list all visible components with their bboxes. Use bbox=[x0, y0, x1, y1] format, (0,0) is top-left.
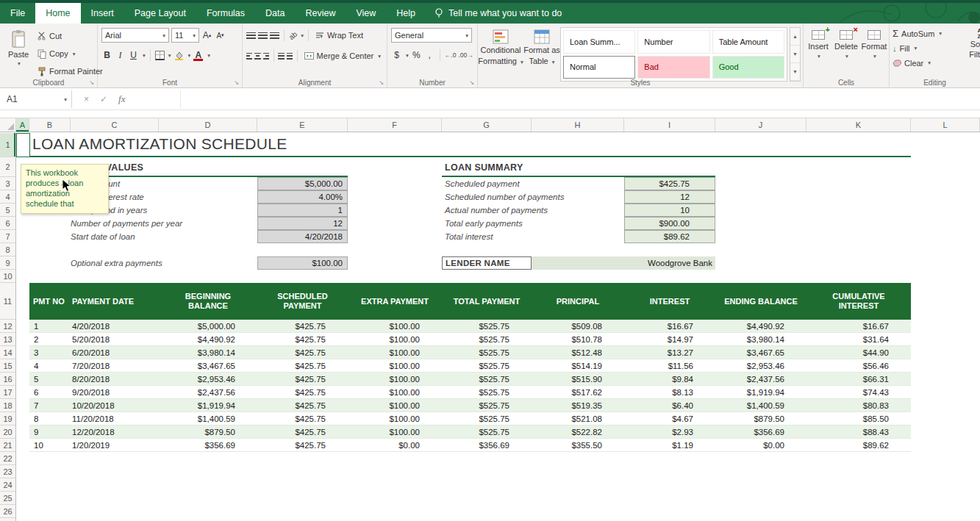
gallery-scroll-down[interactable]: ▼ bbox=[790, 46, 800, 63]
paste-dropdown-arrow[interactable]: ▾ bbox=[18, 60, 21, 67]
cell-scheduled-payment[interactable]: $425.75 bbox=[257, 401, 348, 410]
cell-total-payment[interactable]: $525.75 bbox=[442, 428, 532, 436]
tab-view[interactable]: View bbox=[346, 3, 386, 24]
cell-principal[interactable]: $522.82 bbox=[532, 428, 624, 436]
cell-ending-balance[interactable]: $2,437.56 bbox=[715, 375, 806, 384]
cell-principal[interactable]: $510.78 bbox=[532, 335, 624, 344]
header-principal[interactable]: PRINCIPAL bbox=[532, 283, 624, 320]
cell-beginning-balance[interactable]: $879.50 bbox=[159, 428, 257, 436]
cell-interest[interactable]: $2.93 bbox=[624, 428, 715, 436]
cell-payment-date[interactable]: 11/20/2018 bbox=[71, 414, 159, 423]
row-header[interactable]: 25 bbox=[0, 492, 15, 505]
format-as-table-button[interactable]: Format as Table ▾ bbox=[519, 27, 565, 82]
column-header[interactable]: D bbox=[159, 118, 257, 132]
column-header[interactable]: J bbox=[715, 118, 806, 132]
cell-extra-payment[interactable]: $100.00 bbox=[348, 414, 442, 423]
cell-extra-payment[interactable]: $100.00 bbox=[348, 428, 442, 436]
header-pmt-no[interactable]: PMT NO bbox=[29, 283, 71, 320]
font-dialog-launcher[interactable]: ↘ bbox=[234, 79, 239, 86]
cell-interest[interactable]: $16.67 bbox=[624, 322, 715, 331]
header-interest[interactable]: INTEREST bbox=[624, 283, 715, 320]
clipboard-dialog-launcher[interactable]: ↘ bbox=[89, 79, 94, 86]
wrap-text-button[interactable]: Wrap Text bbox=[313, 28, 365, 43]
row-header[interactable]: 9 bbox=[0, 256, 15, 270]
row-header[interactable]: 8 bbox=[0, 243, 15, 256]
cell-interest[interactable]: $8.13 bbox=[624, 388, 715, 397]
cell-beginning-balance[interactable]: $4,490.92 bbox=[159, 335, 257, 344]
cell-ending-balance[interactable]: $3,980.14 bbox=[715, 335, 806, 344]
cell-extra-payment[interactable]: $100.00 bbox=[348, 401, 442, 410]
gallery-scroll-up[interactable]: ▲ bbox=[790, 28, 800, 46]
cell-scheduled-payment[interactable]: $425.75 bbox=[257, 428, 348, 436]
align-center-button[interactable] bbox=[254, 52, 260, 60]
cell-interest[interactable]: $9.84 bbox=[624, 375, 715, 384]
cell-beginning-balance[interactable]: $2,953.46 bbox=[159, 375, 257, 384]
row-header[interactable]: 12 bbox=[0, 320, 15, 333]
cell-pmt-no[interactable]: 9 bbox=[29, 428, 71, 436]
row-header[interactable]: 23 bbox=[0, 465, 15, 478]
tab-page-layout[interactable]: Page Layout bbox=[124, 3, 196, 24]
cell-style-number[interactable]: Number bbox=[637, 30, 709, 54]
conditional-formatting-button[interactable]: Conditional Formatting ▾ bbox=[478, 27, 523, 82]
cell-scheduled-payment[interactable]: $425.75 bbox=[257, 348, 348, 357]
cell-total-payment[interactable]: $525.75 bbox=[442, 362, 532, 370]
fill-button[interactable]: ↓ Fill ▾ bbox=[893, 41, 942, 55]
header-payment-date[interactable]: PAYMENT DATE bbox=[71, 283, 159, 320]
cell-pmt-no[interactable]: 2 bbox=[29, 335, 71, 344]
clear-button[interactable]: Clear ▾ bbox=[893, 56, 942, 70]
row-header[interactable]: 1 bbox=[0, 133, 15, 157]
cell-pmt-no[interactable]: 8 bbox=[29, 414, 71, 423]
cell-extra-payment[interactable]: $100.00 bbox=[348, 388, 442, 397]
cell-cumulative-interest[interactable]: $85.50 bbox=[806, 414, 911, 423]
fill-color-button[interactable] bbox=[174, 48, 185, 62]
cell-scheduled-payment[interactable]: $425.75 bbox=[257, 362, 348, 370]
font-color-dropdown-arrow[interactable]: ▾ bbox=[207, 52, 210, 59]
cut-button[interactable]: Cut bbox=[35, 29, 105, 43]
cell-interest[interactable]: $1.19 bbox=[624, 441, 715, 450]
cell-cumulative-interest[interactable]: $31.64 bbox=[806, 335, 911, 344]
column-header[interactable]: C bbox=[71, 118, 159, 132]
row-header[interactable]: 14 bbox=[0, 346, 15, 359]
row-header[interactable]: 7 bbox=[0, 230, 15, 243]
lender-name-value-cell[interactable]: Woodgrove Bank bbox=[532, 256, 715, 270]
insert-cells-button[interactable]: + Insert ▾ bbox=[805, 27, 831, 82]
tab-review[interactable]: Review bbox=[295, 3, 346, 24]
cell-payment-date[interactable]: 4/20/2018 bbox=[71, 322, 159, 331]
extra-payments-value-cell[interactable]: $100.00 bbox=[257, 256, 348, 270]
cell-cumulative-interest[interactable]: $66.31 bbox=[806, 375, 911, 384]
align-bottom-button[interactable] bbox=[270, 32, 279, 40]
cell-beginning-balance[interactable]: $2,437.56 bbox=[159, 388, 257, 397]
cell-total-payment[interactable]: $525.75 bbox=[442, 388, 532, 397]
cell-total-payment[interactable]: $525.75 bbox=[442, 322, 532, 331]
select-all-corner[interactable] bbox=[0, 118, 16, 132]
name-box[interactable]: A1 ▾ bbox=[0, 90, 72, 108]
cell-pmt-no[interactable]: 7 bbox=[29, 401, 71, 410]
cell-cumulative-interest[interactable]: $44.90 bbox=[806, 348, 911, 357]
increase-indent-button[interactable] bbox=[287, 52, 293, 60]
cell-principal[interactable]: $515.90 bbox=[532, 375, 624, 384]
number-dialog-launcher[interactable]: ↘ bbox=[469, 79, 474, 86]
loan-summary-header-cell[interactable]: LOAN SUMMARY bbox=[442, 157, 715, 177]
lender-name-label-cell[interactable]: LENDER NAME bbox=[442, 256, 532, 270]
autosum-button[interactable]: Σ AutoSum ▾ bbox=[893, 26, 942, 40]
tab-help[interactable]: Help bbox=[386, 3, 426, 24]
cell-beginning-balance[interactable]: $3,980.14 bbox=[159, 348, 257, 357]
enter-values-value-cell[interactable]: $5,000.00 bbox=[257, 177, 348, 190]
tab-home[interactable]: Home bbox=[35, 3, 80, 24]
percent-style-button[interactable]: % bbox=[411, 48, 422, 62]
italic-button[interactable]: I bbox=[115, 48, 126, 62]
header-cumulative-interest[interactable]: CUMULATIVE INTEREST bbox=[806, 283, 911, 320]
cell-ending-balance[interactable]: $4,490.92 bbox=[715, 322, 806, 331]
cell-principal[interactable]: $519.35 bbox=[532, 401, 624, 410]
column-header[interactable]: F bbox=[348, 118, 442, 132]
insert-function-button[interactable]: fx bbox=[118, 93, 125, 105]
cell-cumulative-interest[interactable]: $56.46 bbox=[806, 362, 911, 370]
loan-summary-label-cell[interactable]: Total early payments bbox=[445, 217, 523, 230]
font-family-select[interactable]: Arial▾ bbox=[101, 28, 169, 43]
delete-dropdown-arrow[interactable]: ▾ bbox=[845, 53, 848, 60]
cell-scheduled-payment[interactable]: $425.75 bbox=[257, 375, 348, 384]
row-header[interactable]: 20 bbox=[0, 425, 15, 439]
align-middle-button[interactable] bbox=[258, 32, 268, 40]
underline-button[interactable]: U bbox=[128, 48, 139, 62]
column-header[interactable]: L bbox=[911, 118, 980, 132]
